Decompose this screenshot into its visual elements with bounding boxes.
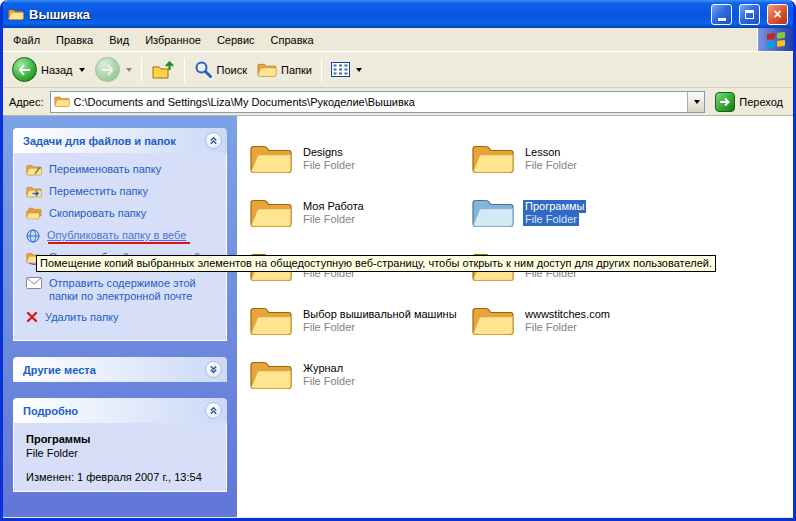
go-label: Переход — [739, 96, 783, 108]
up-folder-icon — [151, 59, 175, 81]
collapse-button[interactable] — [205, 132, 222, 149]
file-tile-text: Designs File Folder — [301, 146, 357, 172]
back-icon — [12, 57, 37, 82]
search-label: Поиск — [217, 64, 247, 76]
file-tile[interactable]: Выбор вышивальной машины File Folder — [249, 294, 471, 348]
file-name: Designs — [301, 146, 345, 159]
other-places-header[interactable]: Другие места — [13, 357, 227, 382]
file-tile[interactable]: Designs File Folder — [249, 132, 471, 186]
window-folder-icon — [8, 8, 24, 21]
email-folder-icon — [26, 277, 42, 289]
file-tile-text: Моя Работа File Folder — [301, 200, 366, 226]
task-label: Отправить содержимое этой папки по элект… — [49, 277, 201, 303]
expand-button[interactable] — [205, 361, 222, 378]
toolbar-separator — [321, 58, 322, 82]
file-tile-text: Журнал File Folder — [301, 362, 357, 388]
views-icon — [331, 62, 350, 77]
go-icon — [715, 92, 735, 112]
file-type: File Folder — [301, 213, 357, 226]
titlebar[interactable]: Вышивка × — [3, 0, 793, 28]
file-tile[interactable]: Моя Работа File Folder — [249, 186, 471, 240]
forward-dropdown-icon — [126, 68, 132, 72]
copy-folder-icon — [26, 207, 42, 221]
search-button[interactable]: Поиск — [189, 57, 252, 82]
toolbar: Назад Поиск — [3, 52, 793, 88]
file-tile[interactable]: Журнал File Folder — [249, 348, 471, 402]
folder-icon — [471, 304, 515, 338]
file-tile-text: wwwstitches.com File Folder — [523, 308, 612, 334]
address-dropdown-icon — [694, 100, 700, 104]
details-header[interactable]: Подробно — [13, 398, 227, 423]
menu-item-view[interactable]: Вид — [101, 31, 137, 49]
close-button[interactable]: × — [767, 4, 788, 25]
folders-icon — [257, 62, 277, 78]
menu-item-favorites[interactable]: Избранное — [137, 31, 209, 49]
forward-button[interactable] — [90, 54, 137, 85]
file-tile[interactable]: Lesson File Folder — [471, 132, 693, 186]
other-places-panel: Другие места — [13, 357, 227, 382]
menu-item-tools[interactable]: Сервис — [209, 31, 263, 49]
folders-button[interactable]: Папки — [252, 59, 317, 81]
file-tile-text: Программы File Folder — [523, 200, 586, 226]
toolbar-separator — [141, 58, 142, 82]
file-tasks-panel: Задачи для файлов и папок Переименовать … — [13, 128, 227, 341]
other-places-title: Другие места — [23, 364, 205, 376]
delete-folder-icon — [26, 311, 38, 323]
file-type: File Folder — [523, 159, 579, 172]
back-dropdown-icon — [79, 68, 85, 72]
menu-item-help[interactable]: Справка — [263, 31, 322, 49]
folder-icon — [471, 142, 515, 176]
windows-flag-icon — [766, 32, 786, 48]
file-tasks-header[interactable]: Задачи для файлов и папок — [13, 128, 227, 153]
back-button[interactable]: Назад — [7, 54, 90, 85]
go-button[interactable]: Переход — [711, 90, 787, 114]
task-delete-folder[interactable]: Удалить папку — [26, 311, 220, 324]
details-body: Программы File Folder Изменен: 1 февраля… — [13, 423, 227, 492]
task-pane: Задачи для файлов и папок Переименовать … — [3, 116, 237, 517]
details-panel: Подробно Программы File Folder Изменен: … — [13, 398, 227, 492]
annotation-underline — [48, 242, 190, 244]
menu-item-edit[interactable]: Правка — [48, 31, 101, 49]
explorer-window: Вышивка × Файл Правка Вид Избранное Серв… — [0, 0, 796, 521]
task-rename-folder[interactable]: Переименовать папку — [26, 163, 220, 177]
file-tile[interactable]: wwwstitches.com File Folder — [471, 294, 693, 348]
file-tasks-body: Переименовать папку Переместить папку — [13, 153, 227, 341]
folder-icon — [249, 142, 293, 176]
menubar: Файл Правка Вид Избранное Сервис Справка — [3, 28, 793, 52]
views-dropdown-icon — [356, 68, 362, 72]
task-publish-folder[interactable]: Опубликовать папку в вебе — [26, 229, 220, 243]
file-tasks-title: Задачи для файлов и папок — [23, 135, 205, 147]
task-copy-folder[interactable]: Скопировать папку — [26, 207, 220, 221]
task-label: Удалить папку — [45, 311, 119, 324]
file-tile-text: Lesson File Folder — [523, 146, 579, 172]
file-name: Программы — [523, 200, 586, 213]
collapse-button[interactable] — [205, 402, 222, 419]
file-type: File Folder — [523, 321, 579, 334]
task-label: Переименовать папку — [49, 163, 161, 176]
folder-icon — [471, 196, 515, 230]
task-move-folder[interactable]: Переместить папку — [26, 185, 220, 199]
chevron-up-icon — [209, 136, 218, 145]
address-folder-icon — [54, 95, 70, 108]
up-button[interactable] — [146, 56, 180, 84]
details-item-type: File Folder — [26, 447, 220, 459]
menu-item-file[interactable]: Файл — [5, 31, 48, 49]
address-bar: Адрес: Переход — [3, 88, 793, 116]
move-folder-icon — [26, 185, 42, 199]
address-dropdown-button[interactable] — [687, 92, 704, 112]
details-modified: Изменен: 1 февраля 2007 г., 13:54 — [26, 471, 220, 483]
address-combo[interactable] — [50, 91, 706, 113]
task-label: Скопировать папку — [49, 207, 146, 220]
window-title: Вышивка — [29, 7, 704, 22]
chevron-down-icon — [209, 365, 218, 374]
minimize-button[interactable] — [711, 4, 732, 25]
maximize-button[interactable] — [739, 4, 760, 25]
file-tile-selected[interactable]: Программы File Folder — [471, 186, 693, 240]
file-type: File Folder — [301, 321, 357, 334]
task-email-folder[interactable]: Отправить содержимое этой папки по элект… — [26, 277, 220, 303]
file-name: Выбор вышивальной машины — [301, 308, 459, 321]
views-button[interactable] — [326, 59, 367, 80]
address-label: Адрес: — [9, 96, 44, 108]
address-input[interactable] — [74, 96, 684, 108]
details-item-name: Программы — [26, 433, 220, 445]
